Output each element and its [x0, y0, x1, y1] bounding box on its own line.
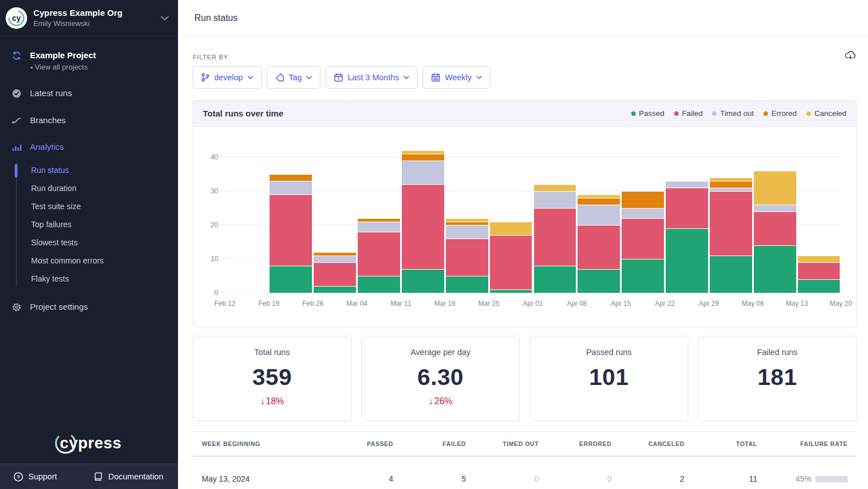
bar-segment-passed — [534, 266, 576, 293]
bar-segment-failed — [270, 195, 312, 266]
legend-label: Failed — [682, 109, 703, 118]
bar-segment-canceled — [402, 151, 444, 154]
bar-segment-canceled — [710, 178, 752, 181]
failed-cell: 5 — [393, 474, 466, 483]
sidebar-item-latest-runs[interactable]: Latest runs — [0, 82, 178, 105]
stat-card-average-per-day: Average per day 6.30 ↓26% — [361, 336, 520, 421]
bar-segment-canceled — [490, 222, 532, 235]
bar-segment-canceled — [446, 219, 488, 222]
bar-segment-timed-out — [534, 192, 576, 208]
x-axis-label: Feb 19 — [258, 300, 279, 308]
stacked-bar-may-13[interactable] — [798, 256, 840, 293]
column-header: TOTAL — [684, 440, 757, 447]
sidebar-item-branches[interactable]: Branches — [0, 109, 178, 131]
x-axis-label: May 20 — [830, 300, 852, 308]
date-range-filter-label: Last 3 Months — [348, 73, 399, 82]
submenu-item-test-suite-size[interactable]: Test suite size — [0, 197, 178, 215]
bar-segment-passed — [754, 246, 796, 293]
legend-item-canceled: Canceled — [806, 109, 847, 118]
stacked-bar-may-06[interactable] — [754, 171, 796, 293]
support-label: Support — [28, 472, 57, 481]
bar-segment-errored — [578, 198, 620, 205]
sidebar-item-analytics[interactable]: Analytics — [0, 136, 178, 158]
bar-segment-passed — [270, 266, 312, 293]
submenu-item-flaky-tests[interactable]: Flaky tests — [0, 270, 178, 288]
stat-title: Failed runs — [698, 348, 856, 357]
org-switcher[interactable]: cy Cypress Example Org Emily Wisniewski — [0, 0, 178, 36]
stacked-bar-feb-19[interactable] — [270, 174, 312, 293]
stacked-bar-apr-01[interactable] — [534, 184, 576, 293]
bar-segment-errored — [358, 219, 400, 222]
submenu-item-run-duration[interactable]: Run duration — [0, 179, 178, 197]
legend-item-failed: Failed — [674, 109, 703, 118]
submenu-item-run-status[interactable]: Run status — [0, 161, 178, 179]
sidebar-item-label: Branches — [30, 115, 66, 125]
cypress-logo-icon: cy — [6, 7, 27, 29]
tag-filter-button[interactable]: Tag — [267, 66, 320, 89]
submenu-item-most-common-errors[interactable]: Most common errors — [0, 252, 178, 270]
stacked-bar-apr-08[interactable] — [578, 194, 620, 293]
interval-filter-button[interactable]: Weekly — [423, 66, 490, 89]
cypress-wordmark[interactable]: cypress — [0, 434, 178, 452]
chevron-down-icon — [160, 13, 169, 23]
support-link[interactable]: ? Support — [14, 472, 57, 482]
bar-segment-failed — [402, 185, 444, 269]
gridline — [225, 157, 841, 157]
active-indicator — [15, 164, 18, 178]
legend-label: Passed — [639, 109, 665, 118]
total-runs-chart-card: Total runs over time PassedFailedTimed o… — [193, 100, 857, 327]
tag-icon — [275, 73, 284, 82]
svg-text:cy: cy — [12, 14, 21, 23]
stat-title: Total runs — [193, 348, 351, 357]
org-avatar: cy — [6, 7, 27, 29]
column-header: ERRORED — [539, 440, 611, 447]
stacked-bar-mar-04[interactable] — [358, 218, 400, 293]
bar-segment-timed-out — [446, 226, 488, 239]
stat-delta: ↓26% — [362, 396, 519, 406]
bar-segment-canceled — [754, 171, 796, 205]
svg-text:?: ? — [17, 474, 20, 480]
gear-icon — [11, 302, 21, 312]
x-axis-label: Mar 04 — [346, 300, 367, 308]
legend-dot-icon — [763, 111, 768, 116]
stacked-bar-feb-26[interactable] — [314, 252, 356, 293]
stacked-bar-mar-11[interactable] — [402, 150, 444, 293]
stacked-bar-apr-15[interactable] — [622, 191, 664, 293]
weekly-runs-table: WEEK BEGINNING PASSED FAILED TIMED OUT E… — [193, 431, 857, 489]
column-header: FAILED — [393, 440, 466, 447]
bar-segment-passed — [710, 256, 752, 293]
week-cell: May 13, 2024 — [202, 474, 320, 483]
y-axis-tick — [222, 258, 225, 259]
stacked-bar-apr-29[interactable] — [710, 178, 752, 293]
sidebar-item-project[interactable]: Example Project ◂ View all projects — [0, 44, 178, 77]
bar-segment-canceled — [534, 185, 576, 191]
bar-segment-failed — [490, 236, 532, 289]
branch-filter-button[interactable]: develop — [193, 66, 262, 89]
stacked-bar-mar-25[interactable] — [490, 222, 532, 293]
bar-segment-failed — [446, 239, 488, 276]
x-axis-label: Mar 18 — [435, 300, 455, 308]
y-axis-label: 30 — [198, 187, 218, 195]
sidebar-item-project-settings[interactable]: Project settings — [0, 296, 178, 318]
view-all-projects-link[interactable]: ◂ View all projects — [30, 63, 96, 71]
bar-segment-timed-out — [314, 256, 356, 262]
stacked-bar-apr-22[interactable] — [666, 181, 708, 293]
sync-icon — [11, 51, 21, 60]
analytics-submenu: Run status Run duration Test suite size … — [0, 159, 178, 290]
bar-segment-passed — [446, 276, 488, 293]
cloud-download-icon[interactable] — [845, 50, 856, 62]
sidebar-item-label: Analytics — [30, 142, 64, 152]
date-range-filter-button[interactable]: 1 Last 3 Months — [326, 66, 418, 89]
branch-filter-label: develop — [214, 73, 243, 82]
documentation-link[interactable]: Documentation — [94, 472, 163, 481]
chart-x-axis: Feb 12Feb 19Feb 26Mar 04Mar 11Mar 18Mar … — [225, 300, 841, 309]
arrow-down-icon: ↓ — [260, 396, 264, 406]
submenu-item-top-failures[interactable]: Top failures — [0, 215, 178, 233]
x-axis-label: Apr 15 — [611, 300, 631, 308]
stacked-bar-mar-18[interactable] — [446, 218, 488, 293]
submenu-item-slowest-tests[interactable]: Slowest tests — [0, 233, 178, 252]
stat-card-total-runs: Total runs 359 ↓18% — [193, 336, 351, 421]
sidebar-item-label: Latest runs — [30, 88, 72, 98]
table-header-row: WEEK BEGINNING PASSED FAILED TIMED OUT E… — [193, 432, 857, 457]
errored-cell: 0 — [539, 474, 611, 483]
